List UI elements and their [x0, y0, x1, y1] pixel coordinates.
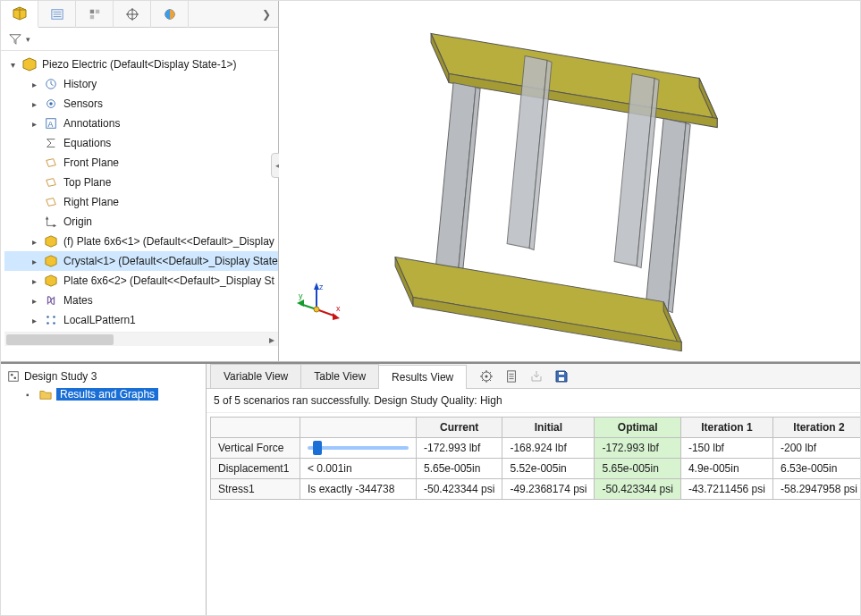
tree-item-label: Front Plane [63, 156, 119, 169]
svg-point-32 [53, 316, 55, 318]
report-icon[interactable] [503, 368, 519, 384]
list-icon [50, 7, 64, 21]
svg-marker-14 [10, 34, 21, 44]
tree-item-label: Top Plane [63, 176, 111, 189]
plane-icon [44, 156, 58, 170]
funnel-icon[interactable] [8, 32, 22, 46]
results-tab[interactable]: Table View [300, 364, 379, 388]
tree-expand-icon[interactable]: ▪ [26, 390, 35, 400]
tree-item[interactable]: ▸Crystal<1> (Default<<Default>_Display S… [4, 251, 278, 271]
tab-property-manager[interactable] [38, 1, 76, 28]
result-cell: -43.7211456 psi [680, 479, 772, 500]
cube-icon [13, 6, 27, 21]
table-row: Stress1Is exactly -344738-50.423344 psi-… [211, 479, 862, 500]
svg-point-33 [46, 322, 49, 325]
expand-icon[interactable]: ▸ [30, 119, 38, 129]
manager-tabstrip: ❯ [1, 1, 278, 28]
assembly-icon [22, 57, 37, 72]
scroll-thumb[interactable] [6, 334, 114, 345]
tree-item[interactable]: ▸AAnnotations [4, 114, 278, 133]
tree-root[interactable]: ▾ Piezo Electric (Default<Display State-… [4, 55, 278, 74]
study-results-node[interactable]: ▪ Results and Graphs [6, 385, 200, 403]
expand-icon[interactable]: ▸ [30, 316, 38, 325]
view-triad[interactable]: z x y [297, 281, 342, 325]
results-tabstrip: Variable ViewTable ViewResults View [207, 364, 861, 389]
scroll-right-icon[interactable]: ▸ [266, 333, 278, 346]
expand-icon[interactable]: ▸ [30, 237, 38, 247]
study-root[interactable]: Design Study 3 [6, 367, 200, 385]
tree-item[interactable]: ▸Plate 6x6<2> (Default<<Default>_Display… [4, 271, 278, 291]
col-header[interactable]: Iteration 1 [680, 418, 772, 438]
result-cell: -150 lbf [680, 438, 772, 459]
svg-line-72 [482, 379, 484, 381]
target-icon [125, 7, 139, 21]
tab-dimxpert[interactable] [114, 1, 151, 28]
col-header[interactable]: Initial [502, 418, 595, 438]
annot-icon: A [44, 116, 58, 131]
study-root-label: Design Study 3 [24, 370, 97, 383]
tree-item[interactable]: Origin [4, 212, 278, 232]
svg-marker-47 [395, 257, 681, 342]
tree-item[interactable]: ▸Sensors [4, 94, 278, 114]
tree-item-label: Equations [63, 137, 111, 149]
row-header: Stress1 [211, 479, 300, 500]
results-table: CurrentInitialOptimalIteration 1Iteratio… [210, 417, 861, 500]
tab-feature-manager[interactable] [1, 1, 38, 28]
expand-icon[interactable]: ▸ [30, 99, 38, 109]
col-header[interactable]: Optimal [595, 418, 680, 438]
tree-item[interactable]: ▸LocalLPattern1 [4, 310, 278, 330]
tree-item[interactable]: Top Plane [4, 173, 278, 192]
tree-item[interactable]: Right Plane [4, 192, 278, 212]
result-cell: -58.2947958 psi [772, 479, 861, 500]
svg-marker-26 [46, 216, 49, 220]
svg-line-71 [490, 379, 492, 381]
results-tab[interactable]: Results View [378, 365, 467, 389]
study-tree[interactable]: Design Study 3 ▪ Results and Graphs [1, 364, 207, 615]
svg-point-62 [11, 374, 13, 376]
options-icon[interactable] [478, 368, 494, 384]
table-row: Vertical Force-172.993 lbf-168.924 lbf-1… [211, 438, 862, 459]
expand-icon[interactable]: ▸ [30, 296, 38, 306]
results-tab[interactable]: Variable View [210, 364, 301, 388]
tree-item[interactable]: Equations [4, 133, 278, 153]
tree-hscrollbar[interactable]: ◂ ▸ [4, 332, 278, 346]
svg-marker-23 [46, 198, 56, 207]
tab-display-manager[interactable] [151, 1, 189, 28]
feature-tree[interactable]: ▾ Piezo Electric (Default<Display State-… [1, 51, 278, 361]
col-header[interactable]: Current [417, 418, 502, 438]
expand-icon[interactable]: ▸ [30, 257, 38, 266]
variable-slider[interactable] [300, 438, 417, 459]
row-header: Vertical Force [211, 438, 300, 459]
tree-item[interactable]: ▸History [4, 74, 278, 94]
tree-root-label: Piezo Electric (Default<Display State-1>… [42, 58, 236, 71]
filter-dropdown-icon[interactable]: ▾ [26, 35, 30, 44]
result-cell: 4.9e-005in [680, 459, 772, 479]
tree-item[interactable]: ▸Mates [4, 291, 278, 310]
expand-icon[interactable]: ▸ [30, 80, 38, 89]
svg-point-60 [314, 307, 319, 312]
folder-icon [38, 387, 53, 401]
tree-item[interactable]: ▸(f) Plate 6x6<1> (Default<<Default>_Dis… [4, 232, 278, 251]
tree-item-label: Crystal<1> (Default<<Default>_Display St… [63, 255, 278, 267]
row-header: Displacement1 [211, 459, 300, 479]
svg-point-63 [13, 377, 16, 380]
svg-point-34 [53, 322, 55, 325]
result-cell: 6.53e-005in [772, 459, 861, 479]
tree-item[interactable]: Front Plane [4, 153, 278, 173]
part-icon [44, 254, 58, 268]
app-window: ◂ [0, 0, 861, 616]
export-icon[interactable] [528, 368, 544, 384]
pattern-icon [44, 313, 58, 327]
collapse-icon[interactable]: ▾ [8, 60, 17, 70]
expand-icon[interactable]: ▸ [30, 276, 38, 286]
save-icon[interactable] [553, 368, 570, 384]
tabstrip-overflow[interactable]: ❯ [255, 8, 278, 21]
plane-icon [44, 175, 58, 190]
tab-configuration-manager[interactable] [76, 1, 114, 28]
svg-marker-15 [23, 58, 36, 71]
tree-item-label: Sensors [63, 97, 103, 110]
svg-text:y: y [299, 291, 303, 300]
svg-marker-55 [333, 313, 340, 320]
graphics-viewport[interactable]: z x y [279, 1, 860, 361]
col-header[interactable]: Iteration 2 [772, 418, 861, 438]
